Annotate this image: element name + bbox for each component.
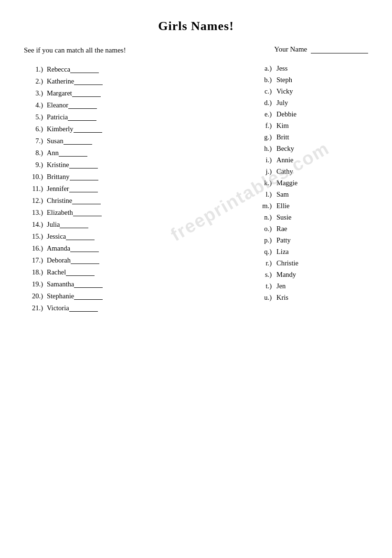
left-item-5: 5.) Patricia <box>24 112 244 121</box>
right-item-1: a.) Jess <box>258 64 368 73</box>
answer-blank[interactable] <box>74 124 102 133</box>
item-number: 9.) <box>24 161 47 169</box>
item-name: Jessica <box>47 232 95 241</box>
left-item-2: 2.) Katherine <box>24 76 244 85</box>
left-item-13: 13.) Elizabeth <box>24 208 244 217</box>
left-item-15: 15.) Jessica <box>24 232 244 241</box>
item-number: 5.) <box>24 113 47 121</box>
item-name: Eleanor <box>47 100 97 109</box>
left-item-16: 16.) Amanda <box>24 243 244 253</box>
answer-name: Liza <box>276 248 289 256</box>
left-item-11: 11.) Jennifer <box>24 184 244 193</box>
item-number: 13.) <box>24 209 47 217</box>
answer-letter: s.) <box>258 271 276 279</box>
answer-letter: c.) <box>258 87 276 95</box>
item-number: 15.) <box>24 232 47 241</box>
item-name: Rebecca <box>47 64 99 74</box>
right-item-14: n.) Susie <box>258 213 368 221</box>
answer-blank[interactable] <box>72 196 101 204</box>
item-name: Victoria <box>47 303 98 312</box>
your-name-label: Your Name <box>274 45 307 53</box>
answer-name: Jess <box>276 64 287 73</box>
item-number: 16.) <box>24 244 47 253</box>
left-item-1: 1.) Rebecca <box>24 64 244 74</box>
item-name: Rachel <box>47 267 95 276</box>
answer-name: Kim <box>276 122 289 130</box>
answer-letter: g.) <box>258 133 276 141</box>
left-item-21: 21.) Victoria <box>24 303 244 312</box>
right-item-8: h.) Becky <box>258 145 368 153</box>
right-item-4: d.) July <box>258 99 368 107</box>
answer-letter: l.) <box>258 190 276 199</box>
right-item-12: l.) Sam <box>258 190 368 199</box>
answer-blank[interactable] <box>72 88 101 97</box>
item-number: 4.) <box>24 101 47 109</box>
answer-blank[interactable] <box>74 279 103 288</box>
right-item-2: b.) Steph <box>258 76 368 84</box>
item-number: 7.) <box>24 137 47 145</box>
your-name-field: Your Name <box>274 45 368 53</box>
answer-letter: a.) <box>258 64 276 73</box>
item-name: Jennifer <box>47 184 98 193</box>
answer-blank[interactable] <box>70 172 98 180</box>
item-name: Christine <box>47 196 101 205</box>
answer-blank[interactable] <box>71 255 99 264</box>
answer-name: Steph <box>276 76 292 84</box>
answer-blank[interactable] <box>66 267 95 276</box>
left-item-14: 14.) Julia <box>24 220 244 229</box>
answer-blank[interactable] <box>68 100 97 109</box>
left-item-6: 6.) Kimberly <box>24 124 244 133</box>
answer-letter: m.) <box>258 202 276 210</box>
answer-blank[interactable] <box>73 208 102 216</box>
answer-blank[interactable] <box>66 232 95 240</box>
right-item-21: u.) Kris <box>258 294 368 302</box>
right-item-7: g.) Britt <box>258 133 368 141</box>
answer-blank[interactable] <box>60 220 88 228</box>
left-item-20: 20.) Stephanie <box>24 291 244 300</box>
item-number: 19.) <box>24 280 47 288</box>
answer-name: Vicky <box>276 87 293 95</box>
answer-letter: j.) <box>258 168 276 176</box>
answer-blank[interactable] <box>69 303 98 312</box>
left-column: 1.) Rebecca 2.) Katherine 3.) Margaret 4… <box>24 64 254 315</box>
answer-letter: d.) <box>258 99 276 107</box>
answer-blank[interactable] <box>69 184 98 192</box>
right-item-11: k.) Maggie <box>258 179 368 187</box>
item-number: 12.) <box>24 197 47 205</box>
left-item-3: 3.) Margaret <box>24 88 244 97</box>
answer-blank[interactable] <box>69 160 98 168</box>
item-name: Samantha <box>47 279 103 288</box>
answer-name: Cathy <box>276 168 293 176</box>
answer-blank[interactable] <box>64 136 92 145</box>
answer-name: Christie <box>276 259 298 267</box>
item-name: Julia <box>47 220 88 229</box>
answer-blank[interactable] <box>70 64 99 73</box>
item-name: Kristine <box>47 160 98 169</box>
answer-letter: o.) <box>258 225 276 233</box>
answer-blank[interactable] <box>74 76 103 85</box>
item-name: Amanda <box>47 243 99 253</box>
item-name: Margaret <box>47 88 101 97</box>
item-number: 1.) <box>24 65 47 74</box>
left-item-10: 10.) Brittany <box>24 172 244 181</box>
right-item-15: o.) Rae <box>258 225 368 233</box>
content-columns: 1.) Rebecca 2.) Katherine 3.) Margaret 4… <box>24 64 368 315</box>
left-item-4: 4.) Eleanor <box>24 100 244 109</box>
answer-blank[interactable] <box>74 291 103 300</box>
item-number: 3.) <box>24 89 47 97</box>
right-item-19: s.) Mandy <box>258 271 368 279</box>
answer-blank[interactable] <box>59 148 87 157</box>
answer-name: Jen <box>276 282 286 290</box>
right-item-3: c.) Vicky <box>258 87 368 95</box>
answer-letter: u.) <box>258 294 276 302</box>
answer-letter: h.) <box>258 145 276 153</box>
answer-blank[interactable] <box>70 243 99 252</box>
item-name: Susan <box>47 136 92 145</box>
right-item-20: t.) Jen <box>258 282 368 290</box>
left-item-19: 19.) Samantha <box>24 279 244 288</box>
answer-letter: i.) <box>258 156 276 164</box>
answer-name: Sam <box>276 190 289 199</box>
left-item-8: 8.) Ann <box>24 148 244 157</box>
your-name-underline <box>311 45 368 53</box>
answer-blank[interactable] <box>68 112 96 121</box>
